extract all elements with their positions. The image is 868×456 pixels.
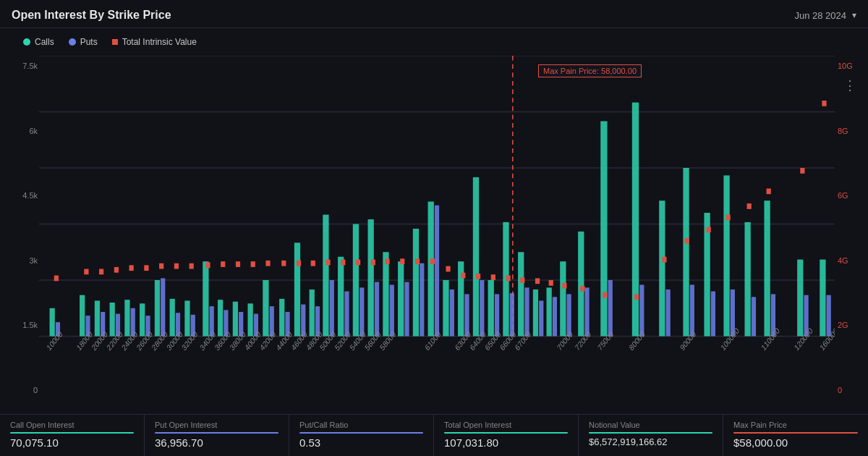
stat-put-oi-value: 36,956.70 [155, 436, 278, 449]
svg-rect-91 [764, 200, 770, 336]
svg-rect-67 [518, 252, 524, 336]
stat-pcr-label: Put/Call Ratio [299, 421, 423, 429]
svg-rect-11 [95, 300, 100, 336]
stat-put-open-interest: Put Open Interest 36,956.70 [145, 415, 289, 456]
svg-rect-87 [723, 175, 729, 336]
svg-rect-126 [506, 276, 510, 282]
svg-rect-13 [110, 303, 115, 337]
y-tick-right-1: 8G [838, 127, 848, 135]
legend-calls: Calls [23, 37, 54, 47]
stat-call-oi-value: 70,075.10 [10, 436, 134, 449]
svg-rect-122 [446, 266, 450, 272]
svg-text:100000: 100000 [719, 326, 741, 352]
calls-dot [23, 38, 30, 46]
svg-rect-139 [767, 188, 771, 194]
svg-rect-110 [265, 261, 270, 266]
svg-rect-49 [383, 252, 388, 336]
svg-rect-78 [608, 280, 613, 337]
svg-rect-132 [603, 292, 607, 298]
svg-rect-54 [420, 263, 424, 337]
y-tick-left-0: 7.5k [22, 62, 38, 70]
svg-rect-55 [428, 202, 434, 337]
svg-rect-115 [341, 260, 345, 266]
svg-rect-136 [707, 227, 711, 232]
svg-rect-31 [247, 303, 252, 336]
svg-rect-140 [800, 168, 804, 174]
svg-rect-103 [159, 263, 163, 269]
svg-rect-114 [326, 260, 330, 266]
svg-rect-58 [450, 290, 454, 337]
svg-rect-9 [80, 295, 85, 337]
svg-rect-141 [822, 101, 826, 106]
svg-rect-130 [562, 283, 566, 289]
svg-rect-109 [251, 261, 255, 267]
stat-notional-label: Notional Value [589, 421, 712, 429]
svg-rect-125 [491, 274, 495, 280]
max-pain-label: Max Pain Price: 58,000.00 [538, 64, 642, 77]
svg-rect-72 [553, 297, 557, 336]
stat-total-oi-label: Total Open Interest [444, 421, 568, 429]
svg-rect-82 [666, 290, 671, 337]
svg-rect-79 [632, 103, 639, 337]
svg-rect-129 [549, 280, 553, 286]
stat-max-pain-price: Max Pain Price $58,000.00 [723, 415, 868, 456]
svg-rect-42 [330, 280, 334, 337]
legend-intrinsic: Total Intrinsic Value [112, 37, 197, 47]
chart-title: Open Interest By Strike Price [12, 9, 171, 22]
legend-puts: Puts [69, 37, 98, 47]
svg-rect-123 [461, 273, 465, 279]
svg-rect-68 [524, 287, 529, 336]
y-tick-left-1: 6k [29, 127, 38, 135]
stat-notional-underline [589, 432, 712, 434]
stat-total-oi-underline [444, 432, 568, 434]
stat-total-open-interest: Total Open Interest 107,031.80 [434, 415, 579, 456]
stat-pcr-underline [299, 432, 423, 434]
svg-rect-100 [114, 267, 119, 273]
svg-rect-89 [744, 222, 750, 337]
svg-rect-133 [634, 294, 639, 300]
svg-rect-52 [404, 282, 409, 337]
svg-text:120000: 120000 [793, 326, 814, 352]
svg-rect-118 [385, 258, 389, 264]
svg-rect-104 [174, 263, 179, 269]
y-tick-right-0: 10G [838, 62, 853, 70]
svg-rect-107 [221, 261, 225, 267]
svg-rect-19 [155, 280, 160, 337]
stat-max-pain-underline [733, 432, 858, 434]
svg-rect-41 [323, 215, 328, 337]
chevron-down-icon[interactable]: ▾ [852, 10, 856, 20]
stat-notional-value: Notional Value $6,572,919,166.62 [579, 415, 723, 456]
app-container: Open Interest By Strike Price Jun 28 202… [0, 0, 868, 456]
intrinsic-square [112, 39, 118, 45]
svg-rect-25 [203, 261, 208, 336]
svg-rect-63 [488, 280, 494, 337]
svg-rect-33 [263, 280, 268, 337]
svg-rect-102 [144, 265, 148, 271]
svg-rect-138 [747, 203, 752, 209]
date-label: Jun 28 2024 [794, 10, 846, 21]
svg-rect-137 [726, 215, 731, 221]
svg-rect-59 [458, 261, 464, 336]
svg-rect-106 [205, 262, 210, 268]
stat-call-oi-underline [10, 432, 134, 434]
svg-rect-113 [311, 261, 315, 266]
svg-rect-21 [170, 299, 175, 337]
svg-rect-101 [129, 265, 134, 271]
svg-rect-108 [236, 261, 240, 267]
chart-svg: 10000 18000 20000 22000 24000 26000 2800… [39, 56, 835, 392]
y-tick-left-5: 0 [33, 386, 38, 394]
svg-rect-135 [684, 238, 689, 244]
y-tick-left-2: 4.5k [22, 191, 38, 200]
svg-rect-29 [233, 302, 238, 337]
svg-rect-45 [353, 224, 359, 337]
y-tick-right-5: 0 [838, 386, 842, 394]
svg-rect-70 [539, 300, 543, 336]
svg-rect-81 [659, 200, 665, 336]
stat-call-oi-label: Call Open Interest [10, 421, 134, 429]
svg-rect-86 [711, 292, 715, 337]
svg-rect-35 [279, 299, 284, 337]
svg-rect-111 [281, 261, 286, 266]
svg-rect-75 [578, 232, 584, 337]
stat-put-oi-label: Put Open Interest [155, 421, 278, 429]
svg-rect-57 [443, 280, 448, 337]
